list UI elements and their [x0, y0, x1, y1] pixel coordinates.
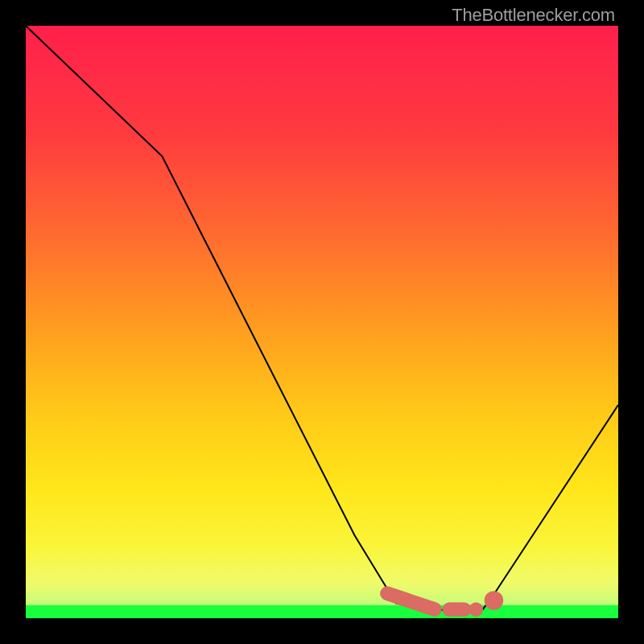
plot-area: [26, 26, 618, 618]
dash-dot-2: [485, 591, 504, 610]
dash-dot-1: [469, 602, 484, 617]
chart-frame: TheBottlenecker.com: [0, 0, 644, 644]
chart-svg: [26, 26, 618, 618]
attribution-text: TheBottlenecker.com: [452, 5, 615, 26]
gradient-background: [26, 26, 618, 618]
green-band: [26, 605, 618, 618]
